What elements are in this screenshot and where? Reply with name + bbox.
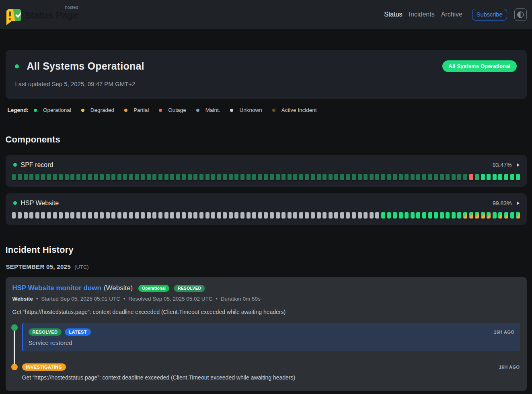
legend-item-unknown: Unknown bbox=[230, 107, 262, 113]
latest-update-box: RESOLVEDLATEST16H AGOService restored bbox=[22, 323, 520, 351]
uptime-bar-op-dim bbox=[188, 174, 192, 180]
uptime-bar-nodata bbox=[29, 212, 33, 219]
uptime-bar-op-dim bbox=[416, 174, 420, 180]
uptime-bar-op-dim bbox=[199, 174, 203, 180]
theme-toggle-button[interactable] bbox=[514, 8, 527, 21]
uptime-bar-op-dim bbox=[234, 174, 238, 180]
uptime-bar-op-dim bbox=[35, 174, 39, 180]
uptime-bar-op-dim bbox=[170, 174, 174, 180]
uptime-bar-degraded bbox=[498, 212, 502, 219]
uptime-bar-nodata bbox=[281, 212, 286, 219]
uptime-bar-nodata bbox=[70, 212, 74, 219]
uptime-bar-op bbox=[510, 212, 514, 219]
brand[interactable]: hosted Status Page bbox=[6, 4, 78, 25]
update-message: Get “https://hostedstatus.page”: context… bbox=[22, 374, 520, 381]
timeline-dot-column bbox=[12, 363, 22, 381]
uptime-bar-nodata bbox=[276, 212, 280, 219]
uptime-bar-nodata bbox=[258, 212, 262, 219]
uptime-bar-nodata bbox=[94, 212, 98, 219]
uptime-bar-degraded bbox=[475, 212, 479, 219]
uptime-bar-op-dim bbox=[393, 174, 397, 180]
uptime-bar-nodata bbox=[41, 212, 45, 219]
incident-history-heading: Incident History bbox=[6, 245, 527, 255]
legend-item-active-incident: Active Incident bbox=[272, 107, 317, 113]
update-time-ago: 16H AGO bbox=[494, 330, 514, 334]
uptime-bar-op-dim bbox=[264, 174, 268, 180]
nav-link-archive[interactable]: Archive bbox=[441, 11, 462, 18]
last-updated-text: Last updated Sep 5, 2025, 09:47 PM GMT+2 bbox=[15, 80, 517, 88]
uptime-bar-op-dim bbox=[399, 174, 403, 180]
uptime-bar-op-dim bbox=[293, 174, 297, 180]
uptime-bar-op-dim bbox=[141, 174, 145, 180]
timeline-update-resolved: RESOLVEDLATEST16H AGOService restored bbox=[12, 323, 520, 351]
expand-arrow-icon[interactable] bbox=[517, 163, 520, 167]
uptime-bar-op-dim bbox=[463, 174, 467, 180]
overall-status-card: All Systems Operational All Systems Oper… bbox=[6, 50, 527, 99]
uptime-bar-op-dim bbox=[147, 174, 151, 180]
legend-dot-icon bbox=[81, 109, 84, 112]
timeline-update-investigating: INVESTIGATING16H AGOGet “https://hosteds… bbox=[12, 363, 520, 381]
incident-date-row: SEPTEMBER 05, 2025 (UTC) bbox=[6, 263, 527, 270]
uptime-bar-nodata bbox=[147, 212, 151, 219]
component-status-dot bbox=[13, 163, 17, 167]
legend-item-label: Active Incident bbox=[281, 107, 317, 113]
uptime-bar-op-dim bbox=[176, 174, 180, 180]
incident-title-link[interactable]: HSP Website monitor down bbox=[12, 284, 101, 293]
uptime-bar-op-dim bbox=[364, 174, 368, 180]
uptime-bar-op-dim bbox=[428, 174, 432, 180]
uptime-bar-nodata bbox=[299, 212, 303, 219]
uptime-bars bbox=[12, 212, 520, 219]
legend-item-label: Degraded bbox=[90, 107, 114, 113]
uptime-bar-nodata bbox=[317, 212, 321, 219]
uptime-bar-op-dim bbox=[381, 174, 385, 180]
uptime-bar-op-dim bbox=[117, 174, 121, 180]
uptime-bar-nodata bbox=[346, 212, 350, 219]
uptime-bar-op bbox=[504, 174, 508, 180]
uptime-bar-degraded bbox=[487, 212, 491, 219]
uptime-bar-op-dim bbox=[29, 174, 33, 180]
uptime-bar-degraded bbox=[469, 212, 473, 219]
uptime-bar-degraded bbox=[504, 212, 508, 219]
uptime-bar-nodata bbox=[352, 212, 356, 219]
incident-timeline: RESOLVEDLATEST16H AGOService restoredINV… bbox=[12, 323, 520, 381]
subscribe-button[interactable]: Subscribe bbox=[472, 9, 507, 21]
uptime-bar-nodata bbox=[117, 212, 121, 219]
component-header[interactable]: HSP Website99.83% bbox=[12, 199, 520, 207]
uptime-bar-op bbox=[381, 212, 385, 219]
uptime-bar-op-dim bbox=[270, 174, 274, 180]
nav-link-status[interactable]: Status bbox=[384, 11, 402, 18]
uptime-bar-nodata bbox=[59, 212, 63, 219]
uptime-bar-op bbox=[493, 174, 497, 180]
uptime-bar-op-dim bbox=[53, 174, 57, 180]
uptime-bar-nodata bbox=[182, 212, 186, 219]
uptime-bar-nodata bbox=[311, 212, 315, 219]
uptime-bar-op-mid bbox=[475, 174, 479, 180]
uptime-bar-op-dim bbox=[129, 174, 133, 180]
uptime-bar-op-dim bbox=[240, 174, 244, 180]
uptime-bar-op-dim bbox=[65, 174, 69, 180]
overall-status-pill: All Systems Operational bbox=[442, 60, 516, 72]
legend-item-maint-: Maint. bbox=[196, 107, 220, 113]
incident-date: SEPTEMBER 05, 2025 bbox=[6, 263, 71, 270]
uptime-bar-nodata bbox=[293, 212, 297, 219]
legend-item-partial: Partial bbox=[124, 107, 149, 113]
uptime-bar-op bbox=[457, 212, 461, 219]
component-header[interactable]: SPF record93.47% bbox=[12, 161, 520, 169]
uptime-bar-nodata bbox=[199, 212, 203, 219]
uptime-bar-op bbox=[434, 212, 438, 219]
uptime-bar-nodata bbox=[322, 212, 327, 219]
uptime-bar-op-dim bbox=[193, 174, 197, 180]
uptime-bar-op-dim bbox=[164, 174, 168, 180]
uptime-bar-op bbox=[481, 174, 485, 180]
uptime-bar-nodata bbox=[193, 212, 197, 219]
incident-meta-item: Duration 0m 59s bbox=[221, 296, 261, 302]
uptime-bar-nodata bbox=[240, 212, 244, 219]
nav-link-incidents[interactable]: Incidents bbox=[409, 11, 435, 18]
uptime-bar-nodata bbox=[18, 212, 22, 219]
expand-arrow-icon[interactable] bbox=[517, 202, 520, 205]
uptime-bar-nodata bbox=[88, 212, 92, 219]
uptime-bar-op-dim bbox=[358, 174, 362, 180]
half-circle-contrast-icon bbox=[517, 11, 524, 18]
uptime-bar-nodata bbox=[370, 212, 374, 219]
incident-meta: Website • Started Sep 05, 2025 05:01 UTC… bbox=[12, 295, 520, 303]
